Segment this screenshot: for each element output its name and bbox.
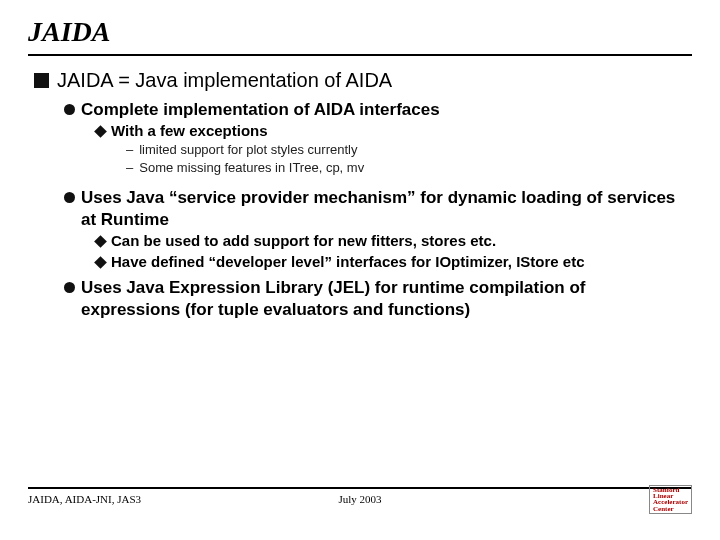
disc-bullet-icon [64,104,75,115]
slide-title: JAIDA [28,14,692,54]
disc-bullet-icon [64,192,75,203]
dash-bullet-icon: – [126,159,133,177]
slide-footer: JAIDA, AIDA-JNI, JAS3 July 2003 Stanford… [28,487,692,522]
diamond-bullet-icon [94,235,107,248]
footer-rule [28,487,692,489]
bullet-level-2: Complete implementation of AIDA interfac… [64,99,688,120]
bullet-level-3: Can be used to add support for new fitte… [96,232,688,251]
bullet-level-2: Uses Java “service provider mechanism” f… [64,187,688,230]
diamond-bullet-icon [94,125,107,138]
bullet-text: Some missing features in ITree, cp, mv [139,159,364,177]
bullet-text: JAIDA = Java implementation of AIDA [57,68,392,93]
bullet-text: Uses Java Expression Library (JEL) for r… [81,277,688,320]
diamond-bullet-icon [94,256,107,269]
bullet-level-2: Uses Java Expression Library (JEL) for r… [64,277,688,320]
bullet-level-4: – limited support for plot styles curren… [126,141,688,159]
slide-content: JAIDA = Java implementation of AIDA Comp… [28,68,692,320]
slide: JAIDA JAIDA = Java implementation of AID… [0,0,720,540]
disc-bullet-icon [64,282,75,293]
bullet-level-1: JAIDA = Java implementation of AIDA [34,68,688,93]
square-bullet-icon [34,73,49,88]
bullet-level-3: Have defined “developer level” interface… [96,253,688,272]
bullet-level-3: With a few exceptions [96,122,688,141]
logo-line: Center [653,506,688,512]
footer-row: JAIDA, AIDA-JNI, JAS3 July 2003 Stanford… [28,493,692,522]
bullet-level-4: – Some missing features in ITree, cp, mv [126,159,688,177]
title-rule [28,54,692,56]
bullet-text: Complete implementation of AIDA interfac… [81,99,440,120]
bullet-text: Can be used to add support for new fitte… [111,232,496,251]
footer-right: Stanford Linear Accelerator Center [649,493,692,522]
bullet-text: With a few exceptions [111,122,268,141]
slac-logo: Stanford Linear Accelerator Center [649,485,692,514]
bullet-text: Uses Java “service provider mechanism” f… [81,187,688,230]
footer-center: July 2003 [28,493,692,505]
bullet-text: limited support for plot styles currentl… [139,141,357,159]
bullet-text: Have defined “developer level” interface… [111,253,585,272]
dash-bullet-icon: – [126,141,133,159]
